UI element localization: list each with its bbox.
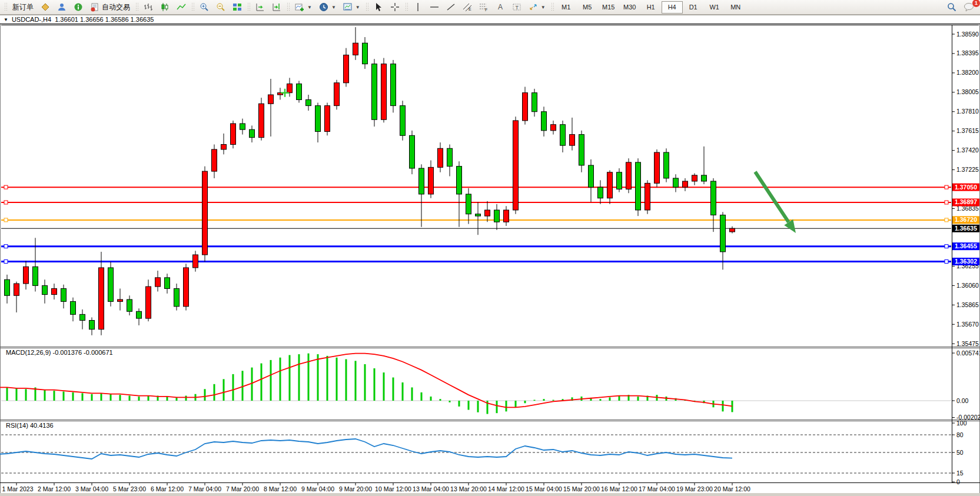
timeframe-button-w1[interactable]: W1	[704, 1, 725, 14]
price-tick-label: 1.37615	[956, 127, 979, 134]
time-label: 13 Mar 20:00	[450, 485, 487, 492]
macd-bar	[148, 396, 150, 401]
svg-text:1.36302: 1.36302	[955, 258, 977, 265]
time-label: 8 Mar 12:00	[264, 485, 297, 492]
timeframe-button-h4[interactable]: H4	[662, 1, 683, 14]
zoom-in-icon[interactable]	[196, 1, 212, 14]
collapse-triangle-icon[interactable]: ▼	[4, 17, 8, 22]
candle-body	[683, 181, 688, 187]
svg-text:1.36720: 1.36720	[955, 216, 977, 223]
candle-body	[617, 172, 622, 189]
time-label: 1 Mar 2023	[2, 485, 33, 492]
hline-anchor	[945, 259, 948, 263]
channel-tool-icon[interactable]: E	[459, 1, 476, 14]
candle-body	[607, 172, 613, 198]
candle-body	[306, 99, 311, 105]
timeframe-button-d1[interactable]: D1	[683, 1, 704, 14]
time-label: 15 Mar 04:00	[526, 485, 562, 492]
macd-bar	[223, 379, 225, 401]
macd-bar	[82, 393, 84, 401]
arrows-tool-icon[interactable]: ▼	[525, 1, 549, 14]
macd-label: MACD(12,26,9) -0.001376 -0.000671	[6, 349, 113, 356]
search-icon[interactable]	[944, 1, 960, 14]
candlestick-chart-icon[interactable]	[157, 1, 173, 14]
text-label-tool-icon[interactable]: T	[509, 1, 525, 14]
chart-shift-icon[interactable]	[268, 1, 285, 14]
candle-body	[146, 287, 151, 318]
horizontal-line-tool-icon[interactable]	[426, 1, 443, 14]
macd-bar	[336, 358, 338, 401]
candle-body	[570, 135, 575, 146]
hline-anchor	[4, 245, 8, 248]
price-tick-label: 1.38005	[956, 88, 979, 95]
timeframe-button-m1[interactable]: M1	[556, 1, 577, 14]
fibonacci-tool-icon[interactable]: F	[476, 1, 492, 14]
auto-trading-button[interactable]: 自动交易	[87, 1, 134, 14]
macd-axis-label: 0.005741	[956, 349, 980, 357]
auto-trading-label: 自动交易	[102, 2, 130, 12]
navigator-icon[interactable]	[70, 1, 87, 14]
text-tool-icon[interactable]: A	[492, 1, 509, 14]
candle-body	[438, 148, 443, 167]
time-label: 17 Mar 04:00	[639, 485, 675, 492]
macd-bar	[619, 396, 620, 401]
line-chart-icon[interactable]	[173, 1, 190, 14]
auto-scroll-icon[interactable]	[252, 1, 268, 14]
candle-body	[61, 288, 67, 301]
macd-bar	[119, 395, 121, 401]
templates-icon[interactable]: ▼	[340, 1, 364, 14]
macd-bar	[496, 401, 498, 413]
indicators-icon[interactable]: ▼	[291, 1, 315, 14]
chart-canvas[interactable]: 1.385901.383951.382001.380051.378101.376…	[0, 0, 980, 496]
new-order-label: 新订单	[12, 2, 34, 12]
new-order-button[interactable]: 新订单	[9, 1, 37, 14]
crosshair-icon[interactable]	[387, 1, 403, 14]
timeframe-button-m5[interactable]: M5	[577, 1, 598, 14]
market-watch-icon[interactable]	[37, 1, 54, 14]
candle-body	[240, 124, 245, 129]
candle-body	[504, 210, 509, 222]
periods-icon[interactable]: ▼	[315, 1, 340, 14]
data-window-icon[interactable]	[54, 1, 70, 14]
svg-text:1.36635: 1.36635	[955, 225, 977, 232]
dropdown-arrow-icon: ▼	[541, 5, 546, 10]
vertical-line-tool-icon[interactable]	[410, 1, 426, 14]
price-tick-label: 1.37810	[956, 108, 979, 115]
candle-body	[664, 152, 669, 178]
timeframe-button-h1[interactable]: H1	[640, 1, 662, 14]
tile-windows-icon[interactable]	[229, 1, 245, 14]
candle-body	[626, 162, 632, 189]
candle-body	[655, 152, 660, 183]
hline-anchor	[4, 259, 8, 263]
macd-bar	[477, 401, 479, 412]
candle-body	[231, 124, 236, 144]
candle-body	[353, 43, 358, 55]
candle-body	[598, 187, 603, 198]
candle-body	[579, 135, 584, 165]
candle-body	[381, 64, 387, 120]
timeframe-button-mn[interactable]: MN	[725, 1, 746, 14]
timeframe-button-m30[interactable]: M30	[619, 1, 640, 14]
macd-bar	[54, 391, 55, 401]
time-label: 19 Mar 23:00	[676, 485, 713, 492]
candle-body	[532, 93, 537, 112]
macd-bar	[524, 401, 526, 403]
toolbar-separator	[551, 2, 554, 12]
macd-bar	[468, 401, 470, 410]
chat-notifications-button[interactable]: 1	[960, 1, 978, 14]
trendline-tool-icon[interactable]	[443, 1, 459, 14]
macd-bar	[609, 397, 611, 401]
candle-body	[268, 95, 274, 104]
price-tick-label: 1.35475	[956, 340, 979, 347]
macd-bar	[421, 392, 423, 401]
macd-bar	[383, 372, 385, 401]
time-label: 2 Mar 12:00	[38, 485, 71, 492]
bar-chart-icon[interactable]	[140, 1, 157, 14]
price-tick-label: 1.38590	[956, 31, 979, 38]
timeframe-button-m15[interactable]: M15	[598, 1, 619, 14]
cursor-icon[interactable]	[370, 1, 387, 14]
zoom-out-icon[interactable]	[212, 1, 229, 14]
macd-bar	[214, 384, 215, 401]
macd-bar	[138, 397, 140, 401]
chart-title-bar: ▼ USDCAD-,H4 1.36601 1.36656 1.36586 1.3…	[0, 15, 980, 24]
